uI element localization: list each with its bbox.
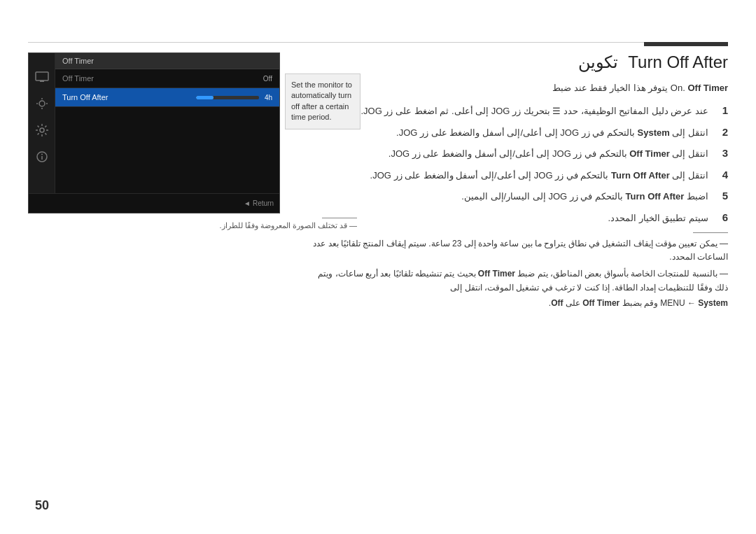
note-1: ― يمكن تعيين مؤقت إيقاف التشغيل في نطاق … <box>308 237 728 264</box>
step-5: 5 اضبط Turn Off After بالتحكم في زر JOG … <box>308 190 728 204</box>
step-text-4: انتقل إلى Turn Off After بالتحكم في زر J… <box>370 169 708 183</box>
step-text-6: سيتم تطبيق الخيار المحدد. <box>608 211 708 225</box>
step-text-3: انتقل إلى Off Timer بالتحكم في زر JOG إل… <box>388 147 708 161</box>
notes-separator <box>693 232 728 233</box>
turn-off-after-value: 4h <box>265 94 272 101</box>
monitor-mockup-area: Off Timer Off Timer Off Turn Off After 4… <box>28 52 287 230</box>
monitor-screen: Off Timer Off Timer Off Turn Off After 4… <box>28 52 280 213</box>
monitor-menu-item-off-timer: Off Timer Off <box>55 69 279 88</box>
title-english: Turn Off After <box>628 52 728 71</box>
right-text-content: Turn Off After تكوين On. Off Timer يتوفر… <box>308 52 728 310</box>
intro-suffix: On. <box>671 83 685 93</box>
monitor-menu-content: Off Timer Off Timer Off Turn Off After 4… <box>55 53 279 193</box>
intro-line: On. Off Timer يتوفر هذا الخيار فقط عند ض… <box>308 83 728 93</box>
return-button: ◄ Return <box>244 199 274 207</box>
info-icon <box>34 150 50 163</box>
intro-text: يتوفر هذا الخيار فقط عند ضبط <box>552 83 668 93</box>
step-3: 3 انتقل إلى Off Timer بالتحكم في زر JOG … <box>308 147 728 161</box>
step-number-1: 1 <box>713 104 728 116</box>
monitor-menu-item-turn-off-after: Turn Off After 4h <box>55 88 279 107</box>
step-number-6: 6 <box>713 211 728 223</box>
monitor-sidebar <box>29 53 55 193</box>
step-text-2: انتقل إلى System بالتحكم في زر JOG إلى أ… <box>396 126 708 140</box>
menu-item-value: Off <box>263 75 272 83</box>
svg-rect-1 <box>40 80 44 82</box>
step-6: 6 سيتم تطبيق الخيار المحدد. <box>308 211 728 225</box>
page-title: Turn Off After تكوين <box>308 52 728 72</box>
brightness-icon <box>34 97 50 110</box>
right-accent-bar <box>644 42 728 46</box>
svg-point-10 <box>41 154 43 155</box>
monitor-bottom-bar: ◄ Return <box>29 193 279 213</box>
turn-off-after-progress-bar <box>196 96 259 99</box>
title-arabic: تكوين <box>578 52 618 71</box>
notes-area: ― يمكن تعيين مؤقت إيقاف التشغيل في نطاق … <box>308 232 728 310</box>
menu-item-label: Off Timer <box>62 74 94 83</box>
top-divider <box>28 42 728 43</box>
step-2: 2 انتقل إلى System بالتحكم في زر JOG إلى… <box>308 126 728 140</box>
step-number-4: 4 <box>713 169 728 181</box>
turn-off-after-progress-fill <box>196 96 214 99</box>
note-3: MENU ← System وقم بضبط Off Timer على Off… <box>308 297 728 310</box>
step-1: 1 عند عرض دليل المفاتيح الوظيفية، حدد ☰ … <box>308 104 728 118</box>
page-number: 50 <box>35 498 49 513</box>
monitor-menu-title: Off Timer <box>55 53 279 69</box>
return-arrow-icon: ◄ <box>244 199 251 207</box>
step-4: 4 انتقل إلى Turn Off After بالتحكم في زر… <box>308 169 728 183</box>
step-number-3: 3 <box>713 147 728 159</box>
note-2: ― بالنسبة للمنتجات الخاصة بأسواق بعض الم… <box>308 267 728 294</box>
return-label: Return <box>253 199 274 207</box>
step-number-5: 5 <box>713 190 728 202</box>
menu-item-label-selected: Turn Off After <box>62 93 108 101</box>
step-number-2: 2 <box>713 126 728 138</box>
svg-rect-0 <box>36 72 48 80</box>
svg-point-2 <box>39 101 45 106</box>
svg-point-7 <box>40 128 44 132</box>
step-text-5: اضبط Turn Off After بالتحكم في زر JOG إل… <box>461 190 708 204</box>
monitor-icon <box>34 71 50 83</box>
steps-list: 1 عند عرض دليل المفاتيح الوظيفية، حدد ☰ … <box>308 104 728 225</box>
step-text-1: عند عرض دليل المفاتيح الوظيفية، حدد ☰ بت… <box>360 104 708 118</box>
gear-icon <box>34 124 50 136</box>
